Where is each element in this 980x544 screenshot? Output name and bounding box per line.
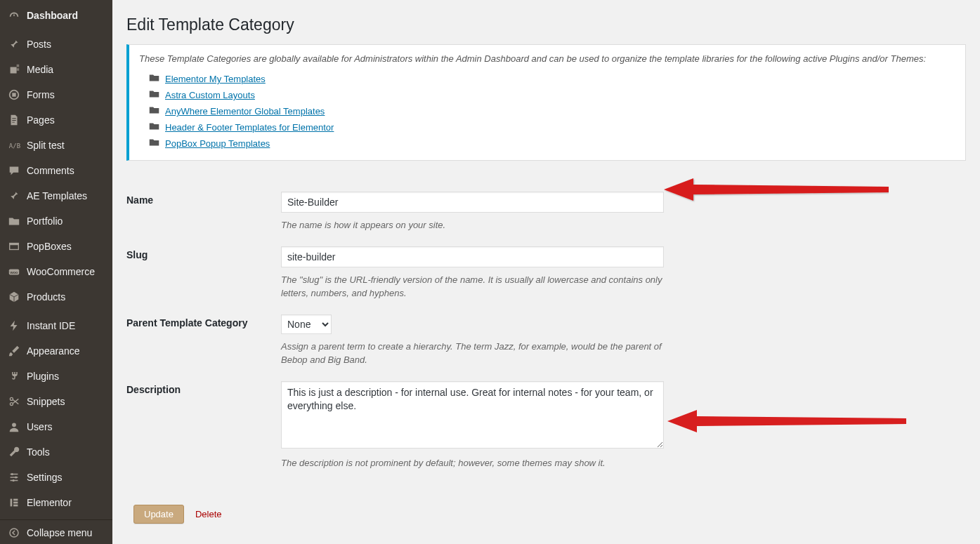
sidebar-item-snippets[interactable]: Snippets xyxy=(0,389,112,414)
description-label: Description xyxy=(126,381,281,470)
scissors-icon xyxy=(7,394,21,409)
delete-link[interactable]: Delete xyxy=(195,509,222,519)
sidebar-item-popboxes[interactable]: PopBoxes xyxy=(0,234,112,259)
sidebar-item-forms[interactable]: Forms xyxy=(0,82,112,107)
sidebar-item-label: Instant IDE xyxy=(27,320,75,331)
info-notice: These Template Categories are globally a… xyxy=(126,44,966,161)
sidebar-item-settings[interactable]: Settings xyxy=(0,465,112,490)
sidebar-item-portfolio[interactable]: Portfolio xyxy=(0,208,112,234)
sidebar-item-label: Plugins xyxy=(27,371,59,382)
description-help: The description is not prominent by defa… xyxy=(281,456,664,470)
notice-link[interactable]: PopBox Popup Templates xyxy=(165,138,270,149)
notice-link-item: AnyWhere Elementor Global Templates xyxy=(149,103,955,119)
sidebar-item-label: Tools xyxy=(27,446,50,458)
plug-icon xyxy=(7,369,21,383)
notice-link-item: PopBox Popup Templates xyxy=(149,135,955,152)
notice-link[interactable]: AnyWhere Elementor Global Templates xyxy=(165,106,325,117)
notice-link-item: Astra Custom Layouts xyxy=(149,87,955,103)
notice-link[interactable]: Astra Custom Layouts xyxy=(165,90,255,100)
parent-select[interactable]: None xyxy=(281,314,332,334)
svg-rect-1 xyxy=(12,93,15,96)
sidebar-item-label: Products xyxy=(27,291,65,303)
sidebar-item-label: Posts xyxy=(27,39,51,50)
sidebar-item-label: Users xyxy=(27,421,53,432)
name-input[interactable] xyxy=(281,192,664,213)
notice-link[interactable]: Header & Footer Templates for Elementor xyxy=(165,122,334,133)
sidebar-item-label: Settings xyxy=(27,472,63,483)
sidebar-item-label: Portfolio xyxy=(27,215,63,227)
sidebar-item-label: Dashboard xyxy=(27,10,78,21)
pin-icon xyxy=(7,37,21,51)
popup-icon xyxy=(7,239,21,253)
notice-description: These Template Categories are globally a… xyxy=(139,53,955,64)
notice-link[interactable]: Elementor My Templates xyxy=(165,74,266,84)
folder-icon xyxy=(149,138,159,149)
brush-icon xyxy=(7,344,21,358)
sidebar-item-split-test[interactable]: A/BSplit test xyxy=(0,133,112,158)
user-icon xyxy=(7,420,21,434)
svg-rect-15 xyxy=(13,502,18,504)
slug-input[interactable] xyxy=(281,246,664,267)
sidebar-item-products[interactable]: Products xyxy=(0,284,112,310)
svg-rect-4 xyxy=(10,244,19,246)
sidebar-item-label: Snippets xyxy=(27,396,65,407)
sidebar-item-label: PopBoxes xyxy=(27,241,72,252)
sidebar-item-instant-ide[interactable]: Instant IDE xyxy=(0,313,112,338)
sidebar-item-label: Media xyxy=(27,64,53,75)
woo-icon: woo xyxy=(7,265,21,279)
package-icon xyxy=(7,290,21,304)
collapse-menu[interactable]: Collapse menu xyxy=(0,519,112,544)
sidebar-item-tools[interactable]: Tools xyxy=(0,439,112,465)
sidebar-item-comments[interactable]: Comments xyxy=(0,158,112,183)
sliders-icon xyxy=(7,470,21,484)
folder-icon xyxy=(149,90,159,100)
svg-point-9 xyxy=(12,423,16,427)
page-title: Edit Template Category xyxy=(126,15,966,34)
sidebar-item-elementor[interactable]: Elementor xyxy=(0,490,112,515)
svg-point-10 xyxy=(11,473,13,475)
forms-icon xyxy=(7,88,21,102)
elementor-icon xyxy=(7,496,21,510)
parent-label: Parent Template Category xyxy=(126,314,281,367)
slug-label: Slug xyxy=(126,246,281,300)
sidebar-item-label: Appearance xyxy=(27,345,80,357)
svg-point-7 xyxy=(10,397,13,400)
sidebar-item-ae-templates[interactable]: AE Templates xyxy=(0,183,112,208)
sidebar-item-label: WooCommerce xyxy=(27,266,95,277)
sidebar-item-posts[interactable]: Posts xyxy=(0,32,112,57)
update-button[interactable]: Update xyxy=(133,505,184,524)
sidebar-item-media[interactable]: Media xyxy=(0,57,112,82)
sidebar-item-label: Forms xyxy=(27,89,55,100)
folder-icon xyxy=(149,106,159,117)
sidebar-item-woocommerce[interactable]: wooWooCommerce xyxy=(0,259,112,284)
description-textarea[interactable]: This is just a description - for interna… xyxy=(281,381,664,449)
sidebar-item-plugins[interactable]: Plugins xyxy=(0,364,112,389)
svg-rect-13 xyxy=(11,499,13,507)
folder-icon xyxy=(7,214,21,228)
notice-link-item: Header & Footer Templates for Elementor xyxy=(149,119,955,135)
parent-help: Assign a parent term to create a hierarc… xyxy=(281,340,664,367)
wrench-icon xyxy=(7,445,21,459)
edit-form: Name The name is how it appears on your … xyxy=(126,178,966,470)
admin-sidebar: DashboardPostsMediaFormsPagesA/BSplit te… xyxy=(0,0,112,544)
sidebar-item-pages[interactable]: Pages xyxy=(0,107,112,133)
folder-icon xyxy=(149,122,159,133)
svg-text:A/B: A/B xyxy=(9,142,20,150)
sidebar-item-label: Split test xyxy=(27,140,65,151)
svg-point-8 xyxy=(10,403,13,406)
bolt-icon xyxy=(7,319,21,333)
page-icon xyxy=(7,113,21,127)
name-label: Name xyxy=(126,192,281,232)
sidebar-item-appearance[interactable]: Appearance xyxy=(0,338,112,364)
svg-point-11 xyxy=(15,476,17,478)
svg-rect-14 xyxy=(13,499,18,501)
sidebar-item-dashboard[interactable]: Dashboard xyxy=(0,3,112,28)
dashboard-icon xyxy=(7,8,21,22)
sidebar-item-label: Elementor xyxy=(27,497,72,508)
folder-icon xyxy=(149,74,159,84)
slug-help: The "slug" is the URL-friendly version o… xyxy=(281,273,664,300)
svg-text:woo: woo xyxy=(10,270,18,274)
collapse-icon xyxy=(7,526,21,540)
sidebar-item-users[interactable]: Users xyxy=(0,414,112,439)
notice-link-list: Elementor My TemplatesAstra Custom Layou… xyxy=(139,71,955,152)
